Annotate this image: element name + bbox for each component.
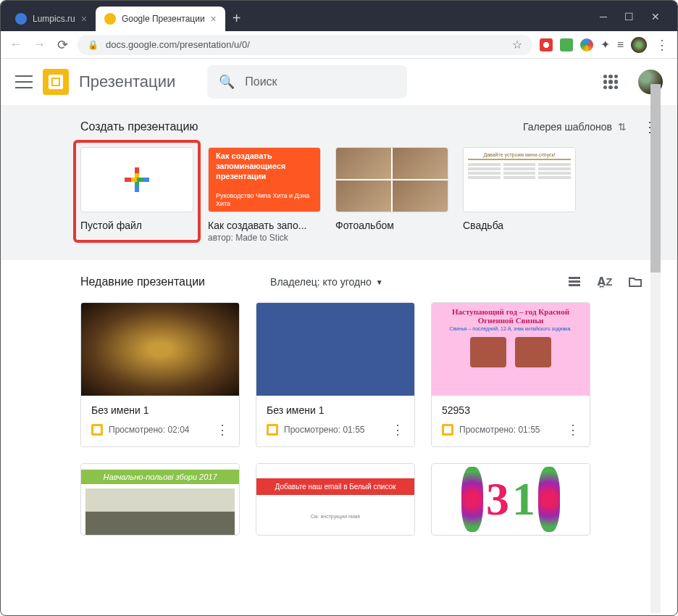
profile-avatar[interactable] [631,37,647,53]
thumb-text: Наступающий год – год Красной Огненной С… [436,307,585,325]
template-name: Фотоальбом [335,220,448,231]
card-thumbnail [81,303,239,396]
svg-rect-0 [569,277,580,279]
favicon-icon [15,13,27,25]
close-window-icon[interactable]: ✕ [651,11,660,22]
template-wedding[interactable]: Давайте устроим мини-отпуск! Свадьба [463,147,576,243]
template-name: Как создавать запо... [208,220,321,231]
card-title: Без имени 1 [91,404,229,416]
card-thumbnail [256,303,414,396]
card-meta: Просмотрено: 01:55 [459,425,540,435]
thumb-subtext: См. инструкции ниже [256,514,414,519]
recent-card[interactable]: Навчально-польові збори 2017 [80,463,240,536]
open-picker-button[interactable] [628,275,643,289]
card-title: Без имени 1 [267,404,404,416]
caret-down-icon: ▼ [376,278,383,286]
reading-list-icon[interactable]: ≡ [617,38,624,51]
slides-icon [91,424,103,436]
recent-card[interactable]: 31 [431,463,590,536]
card-thumbnail: 31 [431,463,590,536]
slides-icon [442,424,453,436]
thumb-text: Навчально-польові збори 2017 [81,470,239,484]
tab-title: Lumpics.ru [33,14,75,24]
extension-icon[interactable] [540,38,553,51]
tab-title: Google Презентации [122,14,205,24]
url-text: docs.google.com/presentation/u/0/ [106,39,505,50]
gallery-label: Галерея шаблонов [523,121,612,133]
main-menu-button[interactable] [15,75,33,88]
recent-section: Недавние презентации Владелец: кто угодн… [1,260,677,536]
template-made-to-stick[interactable]: Как создавать запоминающиеся презентации… [208,147,321,243]
owner-label: Владелец: кто угодно [270,276,372,288]
recent-card[interactable]: Добавьте наш email в Белый список См. ин… [256,463,415,536]
card-thumbnail: Наступающий год – год Красной Огненной С… [432,303,590,396]
address-bar: ← → ⟳ 🔒 docs.google.com/presentation/u/0… [1,31,677,59]
extension-icons: ✦ ≡ ⋮ [540,37,670,53]
annotation-highlight: Пустой файл [73,140,201,243]
slides-icon [267,424,278,436]
favicon-icon [104,13,116,25]
reload-button[interactable]: ⟳ [54,37,70,53]
sort-button[interactable]: A͍Z [598,275,612,289]
close-icon[interactable]: × [81,13,87,25]
card-more-button[interactable]: ⋮ [566,422,579,438]
window-controls: ─ ☐ ✕ [600,11,671,31]
browser-titlebar: Lumpics.ru × Google Презентации × + ─ ☐ … [1,1,677,31]
template-photo-album[interactable]: Фотоальбом [335,147,448,243]
templates-heading: Создать презентацию [80,120,198,133]
bookmark-icon[interactable]: ☆ [512,38,522,51]
scroll-thumb[interactable] [650,84,661,272]
card-more-button[interactable]: ⋮ [216,422,229,438]
svg-rect-1 [569,280,580,283]
card-title: 52953 [442,404,579,416]
card-thumbnail: Добавьте наш email в Белый список См. ин… [256,463,415,536]
scrollbar[interactable] [650,84,661,613]
forward-button[interactable]: → [31,37,47,52]
thumb-text: Добавьте наш email в Белый список [256,478,414,495]
app-title: Презентации [79,72,175,91]
plus-icon [125,167,149,192]
template-gallery-button[interactable]: Галерея шаблонов ⇅ [514,117,635,137]
template-name: Пустой файл [80,220,193,231]
thumb-title: Давайте устроим мини-отпуск! [468,152,571,160]
card-meta: Просмотрено: 01:55 [284,425,364,435]
app-header: Презентации 🔍 Поиск [1,59,677,105]
templates-section: Создать презентацию Галерея шаблонов ⇅ ⋮… [1,105,677,260]
owner-filter-button[interactable]: Владелец: кто угодно ▼ [270,276,383,288]
tab-strip: Lumpics.ru × Google Презентации × + [7,1,600,31]
recent-card[interactable]: Наступающий год – год Красной Огненной С… [431,302,590,447]
back-button[interactable]: ← [8,37,24,52]
card-more-button[interactable]: ⋮ [391,422,404,438]
search-box[interactable]: 🔍 Поиск [207,65,406,99]
tab-google-slides[interactable]: Google Презентации × [96,7,225,31]
card-meta: Просмотрено: 02:04 [109,425,189,435]
close-icon[interactable]: × [211,13,217,25]
maximize-icon[interactable]: ☐ [624,11,634,22]
template-name: Свадьба [463,220,576,231]
lock-icon: 🔒 [88,40,99,50]
url-field[interactable]: 🔒 docs.google.com/presentation/u/0/ ☆ [78,35,532,55]
thumb-title: Как создавать запоминающиеся презентации [216,151,313,182]
slides-logo-icon[interactable] [43,69,69,95]
svg-rect-2 [569,284,580,286]
extension-icon[interactable] [580,38,593,51]
recent-card[interactable]: Без имени 1 Просмотрено: 02:04 ⋮ [80,302,240,447]
minimize-icon[interactable]: ─ [600,11,607,22]
list-view-button[interactable] [567,275,582,289]
google-apps-button[interactable] [603,75,618,89]
extensions-button[interactable]: ✦ [600,38,610,51]
thumb-text: Свинья – последний, 12-й, знак китайског… [436,326,585,331]
search-icon: 🔍 [219,74,235,90]
extension-icon[interactable] [560,38,573,51]
template-blank[interactable]: Пустой файл [80,147,193,231]
tab-lumpics[interactable]: Lumpics.ru × [7,7,96,31]
card-thumbnail: Навчально-польові збори 2017 [80,463,240,536]
search-placeholder: Поиск [245,75,277,88]
new-tab-button[interactable]: + [225,10,248,31]
template-subtitle: автор: Made to Stick [208,233,321,243]
unfold-icon: ⇅ [618,121,627,133]
recent-heading: Недавние презентации [80,275,205,288]
recent-card[interactable]: Без имени 1 Просмотрено: 01:55 ⋮ [256,302,415,447]
chrome-menu-button[interactable]: ⋮ [654,37,670,53]
